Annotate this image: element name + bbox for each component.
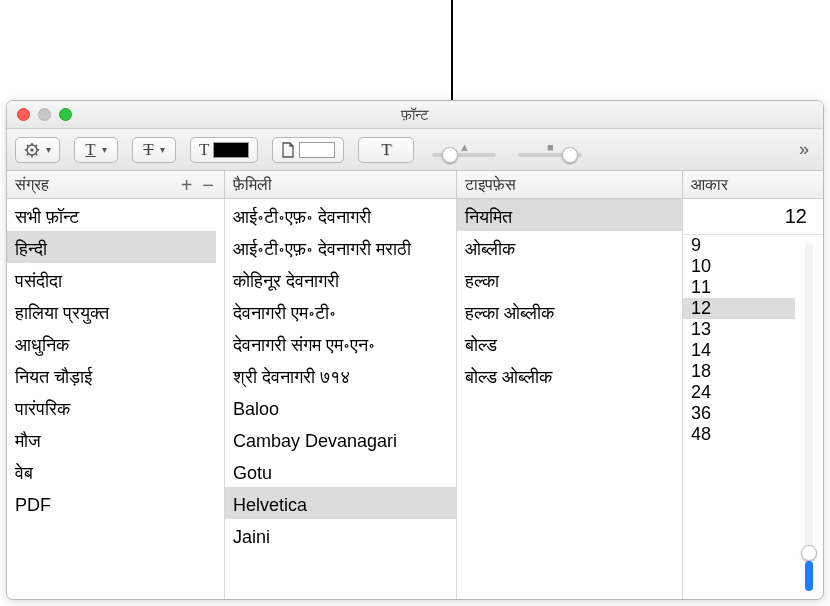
toolbar: ▾ T ▾ T ▾ T T ▲ xyxy=(7,129,823,171)
svg-line-9 xyxy=(36,144,38,146)
collection-list[interactable]: सभी फ़ॉन्टहिन्दीपसंदीदाहालिया प्रयुक्तआध… xyxy=(7,199,225,599)
size-item[interactable]: 14 xyxy=(683,340,795,361)
strikethrough-button[interactable]: T ▾ xyxy=(132,137,176,163)
slider-thumb[interactable] xyxy=(562,147,578,163)
slider-track xyxy=(518,153,582,157)
family-item[interactable]: देवनागरी संगम एम॰एन॰ xyxy=(225,327,456,359)
size-input-row xyxy=(683,199,823,235)
fonts-window: फ़ॉन्ट ▾ T ▾ T ▾ T xyxy=(6,100,824,600)
text-color-button[interactable]: T xyxy=(190,137,258,163)
size-header-label: आकार xyxy=(691,176,728,194)
chevron-down-icon: ▾ xyxy=(46,144,51,155)
typeface-header: टाइपफ़ेस xyxy=(457,171,683,198)
svg-line-8 xyxy=(27,153,29,155)
family-item[interactable]: Gotu xyxy=(225,455,456,487)
document-color-button[interactable] xyxy=(272,137,344,163)
action-menu-button[interactable]: ▾ xyxy=(15,137,60,163)
collection-item[interactable]: पारंपरिक xyxy=(7,391,216,423)
size-item[interactable]: 10 xyxy=(683,256,795,277)
size-scrollbar[interactable] xyxy=(795,235,823,599)
page-icon xyxy=(281,142,295,158)
panel-body: सभी फ़ॉन्टहिन्दीपसंदीदाहालिया प्रयुक्तआध… xyxy=(7,199,823,599)
family-item[interactable]: आई॰टी॰एफ़॰ देवनागरी मराठी xyxy=(225,231,456,263)
size-pane: 9101112131418243648 xyxy=(683,199,823,599)
toolbar-overflow-button[interactable]: » xyxy=(793,139,815,160)
size-item[interactable]: 9 xyxy=(683,235,795,256)
typeface-item[interactable]: हल्का ओब्लीक xyxy=(457,295,682,327)
collection-item[interactable]: नियत चौड़ाई xyxy=(7,359,216,391)
size-item[interactable]: 11 xyxy=(683,277,795,298)
svg-line-7 xyxy=(36,153,38,155)
chevron-down-icon: ▾ xyxy=(160,144,165,155)
collection-header: संग्रह + − xyxy=(7,171,225,198)
size-header: आकार xyxy=(683,171,823,198)
scrollbar-track xyxy=(805,243,813,591)
underline-icon: T xyxy=(85,140,95,160)
size-item[interactable]: 48 xyxy=(683,424,795,445)
size-item[interactable]: 13 xyxy=(683,319,795,340)
size-list[interactable]: 9101112131418243648 xyxy=(683,235,795,599)
text-color-icon: T xyxy=(199,140,209,160)
scrollbar-below-thumb xyxy=(805,561,813,591)
triangle-up-icon: ▲ xyxy=(459,143,470,153)
typeface-item[interactable]: ओब्लीक xyxy=(457,231,682,263)
collection-item[interactable]: आधुनिक xyxy=(7,327,216,359)
collection-item[interactable]: हिन्दी xyxy=(7,231,216,263)
square-icon: ■ xyxy=(547,143,554,153)
family-header-label: फ़ैमिली xyxy=(233,176,272,194)
family-item[interactable]: Helvetica xyxy=(225,487,456,519)
family-header: फ़ैमिली xyxy=(225,171,457,198)
family-item[interactable]: Jaini xyxy=(225,519,456,551)
text-shadow-icon: T xyxy=(381,140,391,160)
family-item[interactable]: Cambay Devanagari xyxy=(225,423,456,455)
text-effects-button[interactable]: T xyxy=(358,137,414,163)
family-list[interactable]: आई॰टी॰एफ़॰ देवनागरीआई॰टी॰एफ़॰ देवनागरी म… xyxy=(225,199,457,599)
family-item[interactable]: देवनागरी एम॰टी॰ xyxy=(225,295,456,327)
typeface-item[interactable]: बोल्ड xyxy=(457,327,682,359)
underline-button[interactable]: T ▾ xyxy=(74,137,118,163)
svg-point-1 xyxy=(30,148,33,151)
remove-collection-button[interactable]: − xyxy=(202,178,214,192)
typeface-list[interactable]: नियमितओब्लीकहल्काहल्का ओब्लीकबोल्डबोल्ड … xyxy=(457,199,683,599)
svg-line-6 xyxy=(27,144,29,146)
shadow-blur-slider[interactable]: ■ xyxy=(514,143,586,157)
size-item[interactable]: 24 xyxy=(683,382,795,403)
document-color-swatch xyxy=(299,142,335,158)
collection-item[interactable]: वेब xyxy=(7,455,216,487)
column-headers: संग्रह + − फ़ैमिली टाइपफ़ेस आकार xyxy=(7,171,823,199)
collection-item[interactable]: मौज xyxy=(7,423,216,455)
size-input[interactable] xyxy=(683,203,813,230)
typeface-header-label: टाइपफ़ेस xyxy=(465,176,516,194)
gear-icon xyxy=(24,142,40,158)
collection-item[interactable]: PDF xyxy=(7,487,216,519)
strikethrough-icon: T xyxy=(143,140,153,160)
family-item[interactable]: श्री देवनागरी ७१४ xyxy=(225,359,456,391)
collection-header-label: संग्रह xyxy=(15,176,49,194)
scrollbar-thumb[interactable] xyxy=(801,545,817,561)
text-color-swatch xyxy=(213,142,249,158)
window-title: फ़ॉन्ट xyxy=(7,106,823,124)
add-collection-button[interactable]: + xyxy=(181,178,193,192)
typeface-item[interactable]: नियमित xyxy=(457,199,682,231)
typeface-item[interactable]: बोल्ड ओब्लीक xyxy=(457,359,682,391)
slider-thumb[interactable] xyxy=(442,147,458,163)
slider-track xyxy=(432,153,496,157)
shadow-opacity-slider[interactable]: ▲ xyxy=(428,143,500,157)
family-item[interactable]: कोहिनूर देवनागरी xyxy=(225,263,456,295)
collection-item[interactable]: पसंदीदा xyxy=(7,263,216,295)
collection-item[interactable]: सभी फ़ॉन्ट xyxy=(7,199,216,231)
family-item[interactable]: आई॰टी॰एफ़॰ देवनागरी xyxy=(225,199,456,231)
collection-item[interactable]: हालिया प्रयुक्त xyxy=(7,295,216,327)
size-item[interactable]: 12 xyxy=(683,298,795,319)
size-item[interactable]: 18 xyxy=(683,361,795,382)
size-item[interactable]: 36 xyxy=(683,403,795,424)
size-body: 9101112131418243648 xyxy=(683,235,823,599)
family-item[interactable]: Baloo xyxy=(225,391,456,423)
titlebar: फ़ॉन्ट xyxy=(7,101,823,129)
chevron-down-icon: ▾ xyxy=(102,144,107,155)
chevron-double-right-icon: » xyxy=(799,139,809,159)
typeface-item[interactable]: हल्का xyxy=(457,263,682,295)
